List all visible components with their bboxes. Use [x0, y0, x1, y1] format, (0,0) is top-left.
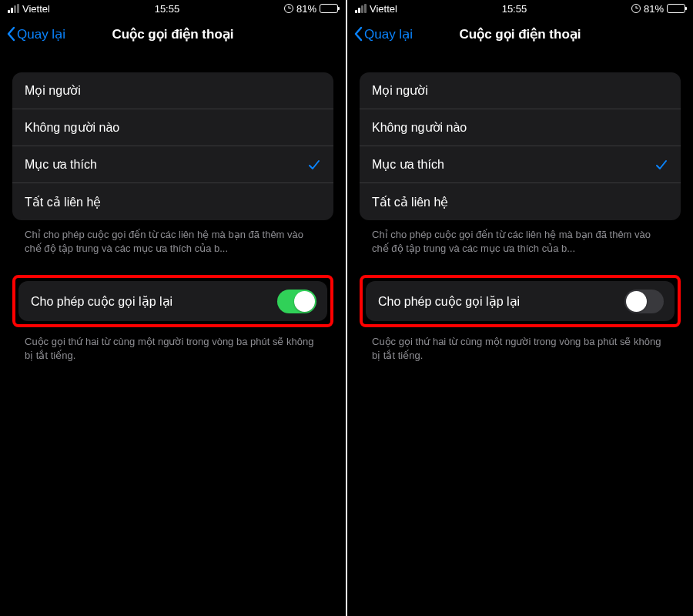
battery-icon [667, 4, 685, 13]
repeat-calls-row[interactable]: Cho phép cuộc gọi lặp lại [18, 281, 327, 321]
nav-bar: Quay lại Cuộc gọi điện thoại [0, 17, 346, 51]
repeat-calls-label: Cho phép cuộc gọi lặp lại [31, 294, 172, 309]
chevron-left-icon [6, 26, 15, 42]
clock-label: 15:55 [155, 3, 180, 15]
battery-percent-label: 81% [644, 3, 664, 15]
allow-from-list: Mọi người Không người nào Mục ưa thích T… [360, 72, 681, 220]
option-favorites[interactable]: Mục ưa thích [12, 146, 333, 183]
option-label: Tất cả liên hệ [25, 195, 101, 209]
back-label: Quay lại [364, 26, 413, 42]
status-bar: Viettel 15:55 81% [347, 0, 693, 17]
repeat-calls-row[interactable]: Cho phép cuộc gọi lặp lại [366, 281, 675, 321]
repeat-calls-toggle[interactable] [277, 290, 316, 313]
carrier-label: Viettel [370, 3, 397, 15]
back-button[interactable]: Quay lại [353, 26, 413, 42]
allow-from-list: Mọi người Không người nào Mục ưa thích T… [12, 72, 333, 220]
repeat-calls-label: Cho phép cuộc gọi lặp lại [378, 294, 520, 309]
option-all-contacts[interactable]: Tất cả liên hệ [12, 183, 333, 220]
option-label: Tất cả liên hệ [372, 195, 448, 209]
back-button[interactable]: Quay lại [6, 26, 65, 42]
battery-icon [320, 4, 338, 13]
checkmark-icon [307, 158, 321, 172]
signal-icon [355, 4, 367, 13]
allow-from-footer: Chỉ cho phép cuộc gọi đến từ các liên hệ… [360, 220, 681, 255]
option-label: Mọi người [372, 83, 428, 98]
option-label: Mọi người [25, 83, 81, 98]
option-no-one[interactable]: Không người nào [360, 109, 681, 146]
repeat-calls-toggle[interactable] [624, 290, 664, 313]
option-label: Mục ưa thích [25, 157, 97, 172]
alarm-icon [631, 4, 641, 13]
nav-bar: Quay lại Cuộc gọi điện thoại [347, 17, 693, 51]
allow-from-footer: Chỉ cho phép cuộc gọi đến từ các liên hệ… [12, 220, 333, 255]
page-title: Cuộc gọi điện thoại [112, 26, 233, 42]
option-all-contacts[interactable]: Tất cả liên hệ [360, 183, 681, 220]
option-label: Không người nào [25, 120, 119, 135]
option-no-one[interactable]: Không người nào [12, 109, 333, 146]
back-label: Quay lại [17, 26, 65, 42]
highlight-annotation: Cho phép cuộc gọi lặp lại [12, 275, 333, 327]
phone-screen-left: Viettel 15:55 81% Quay lại Cuộc gọi điện… [0, 0, 346, 616]
alarm-icon [284, 4, 293, 13]
signal-icon [8, 4, 19, 13]
phone-screen-right: Viettel 15:55 81% Quay lại Cuộc gọi điện… [347, 0, 693, 616]
highlight-annotation: Cho phép cuộc gọi lặp lại [360, 275, 681, 327]
battery-percent-label: 81% [296, 3, 316, 15]
chevron-left-icon [353, 26, 363, 42]
repeat-calls-footer: Cuộc gọi thứ hai từ cùng một người trong… [12, 327, 333, 362]
option-label: Mục ưa thích [372, 157, 444, 172]
option-favorites[interactable]: Mục ưa thích [360, 146, 681, 183]
option-everyone[interactable]: Mọi người [12, 72, 333, 109]
option-everyone[interactable]: Mọi người [360, 72, 681, 109]
clock-label: 15:55 [502, 3, 527, 15]
page-title: Cuộc gọi điện thoại [459, 26, 581, 42]
option-label: Không người nào [372, 120, 467, 135]
repeat-calls-footer: Cuộc gọi thứ hai từ cùng một người trong… [360, 327, 681, 362]
carrier-label: Viettel [22, 3, 50, 15]
checkmark-icon [654, 158, 668, 172]
status-bar: Viettel 15:55 81% [0, 0, 346, 17]
